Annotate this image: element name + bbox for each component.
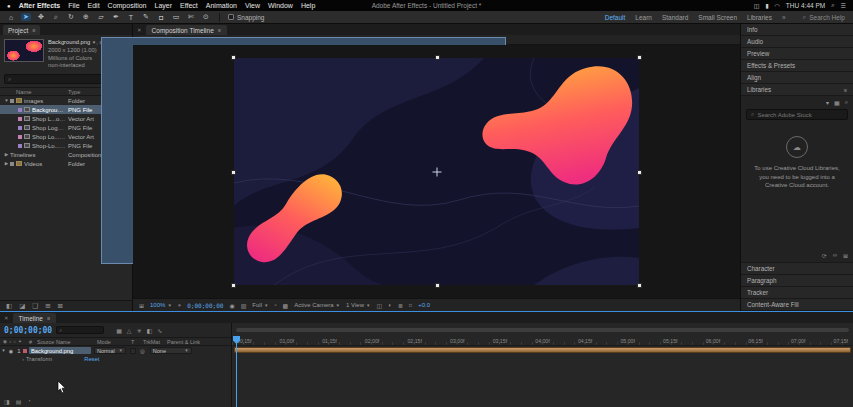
- pan-behind-tool[interactable]: ⊕: [81, 13, 91, 21]
- mini-flowchart-icon[interactable]: ▦: [116, 327, 122, 334]
- panel-menu-icon[interactable]: ≡: [47, 315, 50, 321]
- tab-composition[interactable]: Composition Timeline ≡: [146, 25, 227, 35]
- lock-column-icon[interactable]: ✦: [18, 339, 22, 344]
- selection-handle[interactable]: [637, 55, 642, 60]
- workspace-overflow-button[interactable]: »: [782, 14, 786, 21]
- time-ruler[interactable]: 00;15f01;00f01;15f02;00f02;15f03;00f03;1…: [232, 336, 853, 346]
- snapping-control[interactable]: Snapping: [228, 14, 264, 21]
- grid-view-icon[interactable]: ▦: [834, 99, 840, 106]
- audio-column-icon[interactable]: ♪: [9, 339, 11, 344]
- brush-tool[interactable]: ✎: [141, 13, 151, 21]
- snapping-checkbox[interactable]: [228, 14, 234, 20]
- timeline-navigator[interactable]: [232, 323, 853, 336]
- timeline-search-input[interactable]: ⌕: [56, 326, 104, 334]
- search-help-field[interactable]: ⌕ Search Help: [803, 13, 845, 21]
- column-trkmat[interactable]: TrkMat: [143, 339, 167, 345]
- panel-menu-icon[interactable]: ≡: [32, 27, 35, 33]
- home-tool[interactable]: ⌂: [6, 14, 16, 21]
- spotlight-icon[interactable]: ⌕: [831, 2, 834, 9]
- selection-handle[interactable]: [231, 170, 236, 175]
- delete-icon[interactable]: ⊠: [58, 302, 63, 310]
- puppet-pin-tool[interactable]: ⊙: [201, 13, 211, 21]
- color-depth-icon[interactable]: ◪: [19, 302, 25, 310]
- zoom-tool[interactable]: ⌕: [51, 13, 61, 21]
- panel-tab-align[interactable]: Align: [741, 72, 853, 84]
- timeline-navigator-bar[interactable]: [236, 328, 849, 332]
- pixel-aspect-icon[interactable]: ◫: [376, 302, 382, 309]
- selection-handle[interactable]: [231, 283, 236, 288]
- twirl-icon[interactable]: ▼: [3, 98, 10, 103]
- panel-tab-preview[interactable]: Preview: [741, 48, 853, 60]
- panel-tab-effects-presets[interactable]: Effects & Presets: [741, 60, 853, 72]
- label-chip[interactable]: [18, 117, 22, 121]
- panel-tab-libraries[interactable]: Libraries ≡: [741, 84, 853, 96]
- camera-value[interactable]: Active Camera: [294, 302, 333, 308]
- orbit-camera-tool[interactable]: ↻: [66, 13, 76, 21]
- workspace-tab-learn[interactable]: Learn: [635, 14, 652, 21]
- grid-and-guides-icon[interactable]: ⊞: [139, 302, 144, 309]
- clone-stamp-tool[interactable]: ◘: [156, 14, 166, 21]
- workspace-tab-default[interactable]: Default: [605, 14, 626, 21]
- collaborate-icon[interactable]: ∞: [833, 252, 837, 259]
- transfer-pane-toggle-icon[interactable]: ▤: [16, 398, 22, 405]
- delete-library-icon[interactable]: ⊠: [843, 252, 848, 259]
- anchor-point-icon[interactable]: [432, 167, 441, 176]
- close-icon[interactable]: ✕: [4, 315, 9, 321]
- panel-tab-content-aware-fill[interactable]: Content-Aware Fill: [741, 299, 853, 311]
- fast-previews-icon[interactable]: ◐: [388, 302, 392, 308]
- layer-label-chip[interactable]: [23, 349, 27, 353]
- apple-menu-icon[interactable]: ●: [7, 3, 11, 9]
- draft-3d-icon[interactable]: △: [127, 327, 132, 334]
- panel-tab-paragraph[interactable]: Paragraph: [741, 275, 853, 287]
- tab-project[interactable]: Project ≡: [3, 25, 40, 35]
- menu-item-window[interactable]: Window: [268, 2, 293, 9]
- layer-duration-bar[interactable]: [234, 347, 851, 353]
- menu-bar-clock[interactable]: THU 4:44 PM: [786, 2, 825, 9]
- close-icon[interactable]: ✕: [137, 27, 142, 33]
- type-tool[interactable]: T: [126, 14, 136, 21]
- layer-row[interactable]: ▼ ◉ 1 Background.png Normal ▼ ◎ None ▼: [0, 346, 231, 355]
- roto-brush-tool[interactable]: ✄: [186, 13, 196, 21]
- current-time-display[interactable]: 0;00;00;00: [4, 326, 52, 335]
- column-t[interactable]: T: [131, 339, 143, 345]
- blend-mode-dropdown[interactable]: Normal ▼: [94, 347, 126, 354]
- menu-item-composition[interactable]: Composition: [108, 2, 147, 9]
- panel-menu-icon[interactable]: ≡: [844, 87, 847, 93]
- transparency-grid-icon[interactable]: ▩: [283, 302, 289, 309]
- timeline-button-icon[interactable]: ≣: [398, 302, 403, 309]
- menu-item-animation[interactable]: Animation: [206, 2, 237, 9]
- selection-handle[interactable]: [435, 55, 440, 60]
- exposure-value[interactable]: +0.0: [418, 302, 430, 308]
- selection-handle[interactable]: [231, 55, 236, 60]
- panel-tab-tracker[interactable]: Tracker: [741, 287, 853, 299]
- menu-item-view[interactable]: View: [245, 2, 260, 9]
- label-chip[interactable]: [18, 108, 22, 112]
- parent-dropdown[interactable]: None ▼: [150, 347, 192, 354]
- timeline-track-area[interactable]: 00;15f01;00f01;15f02;00f02;15f03;00f03;1…: [232, 323, 853, 407]
- magnification-value[interactable]: 100%: [150, 302, 165, 308]
- libraries-search-input[interactable]: ⌕ Search Adobe Stock: [746, 109, 848, 120]
- panel-tab-audio[interactable]: Audio: [741, 36, 853, 48]
- eye-icon[interactable]: ◉: [7, 348, 15, 354]
- solo-column-icon[interactable]: ○: [13, 339, 16, 344]
- column-parent-link[interactable]: Parent & Link: [167, 339, 231, 345]
- column-source-name[interactable]: Source Name: [37, 339, 97, 345]
- footage-thumbnail[interactable]: [4, 39, 44, 62]
- label-chip[interactable]: [18, 135, 22, 139]
- snapshot-icon[interactable]: ◉: [229, 302, 234, 309]
- selection-handle[interactable]: [435, 283, 440, 288]
- menu-item-help[interactable]: Help: [301, 2, 315, 9]
- menu-item-edit[interactable]: Edit: [88, 2, 100, 9]
- shape-tool[interactable]: ▱: [96, 13, 106, 21]
- label-chip[interactable]: [10, 99, 14, 103]
- battery-icon[interactable]: ▮: [765, 2, 768, 9]
- transform-label[interactable]: Transform: [26, 356, 52, 362]
- shy-layers-icon[interactable]: ✳: [136, 327, 141, 334]
- tab-timeline[interactable]: Timeline ≡: [13, 313, 57, 323]
- column-name[interactable]: Name: [16, 89, 68, 95]
- layer-name[interactable]: Background.png: [29, 347, 91, 354]
- sync-icon[interactable]: ⟳: [822, 252, 827, 259]
- magnification-dropdown[interactable]: 100% ▼: [150, 302, 172, 308]
- camera-dropdown[interactable]: Active Camera ▼: [294, 302, 340, 308]
- resolution-dropdown[interactable]: Full ▼: [252, 302, 268, 308]
